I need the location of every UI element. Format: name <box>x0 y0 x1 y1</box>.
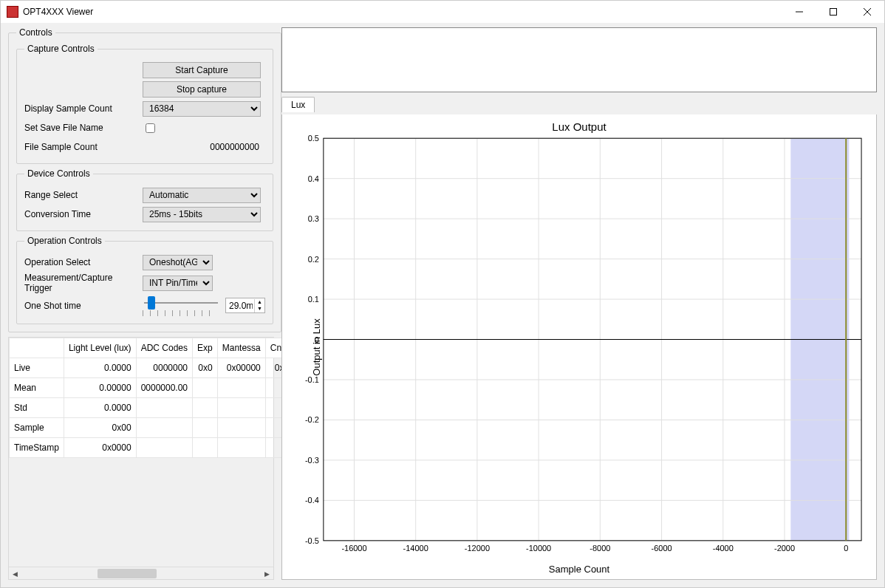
range-label: Range Select <box>24 190 143 200</box>
close-button[interactable] <box>850 1 884 23</box>
operation-legend: Operation Controls <box>24 236 105 246</box>
conversion-time-select[interactable]: 25ms - 15bits <box>143 207 261 222</box>
minimize-button[interactable] <box>782 1 816 23</box>
trigger-select[interactable]: INT Pin/Timer <box>143 276 213 291</box>
col-header[interactable] <box>10 338 64 358</box>
scroll-left-icon[interactable]: ◀ <box>9 567 21 580</box>
cell: 0.00000 <box>64 378 136 398</box>
client-area: Controls Capture Controls Start Capture … <box>1 23 884 587</box>
cell <box>193 438 218 458</box>
svg-text:-16000: -16000 <box>341 544 366 553</box>
svg-text:-0.3: -0.3 <box>305 456 319 465</box>
conv-label: Conversion Time <box>24 209 143 219</box>
left-column: Controls Capture Controls Start Capture … <box>8 27 274 580</box>
cell: 0000000.00 <box>136 378 192 398</box>
device-legend: Device Controls <box>24 168 93 179</box>
svg-text:-8000: -8000 <box>590 544 610 553</box>
spin-down-icon[interactable]: ▼ <box>254 306 264 312</box>
trig-label: Measurement/Capture Trigger <box>24 273 143 293</box>
spin-up-icon[interactable]: ▲ <box>254 299 264 306</box>
cell: 0x0 <box>193 358 218 378</box>
cell <box>193 418 218 438</box>
operation-group: Operation Controls Operation Select Ones… <box>16 236 273 324</box>
cell <box>193 378 218 398</box>
cell: 0x0000 <box>64 438 136 458</box>
svg-text:0: 0 <box>315 335 319 344</box>
table-row: TimeStamp0x0000 <box>10 438 289 458</box>
cell <box>193 398 218 418</box>
cell: 0x00000 <box>217 358 265 378</box>
col-header[interactable]: Mantessa <box>217 338 265 358</box>
cell <box>136 438 192 458</box>
maximize-button[interactable] <box>816 1 850 23</box>
readings-table: Light Level (lux)ADC CodesExpMantessaCnt… <box>9 338 289 458</box>
cell: Std <box>10 398 64 418</box>
svg-text:-4000: -4000 <box>713 544 734 553</box>
oneshot-label: One Shot time <box>24 301 143 311</box>
oneshot-slider[interactable] <box>144 296 218 310</box>
cell <box>136 418 192 438</box>
cell <box>217 418 265 438</box>
oneshot-spinbox[interactable]: ▲▼ <box>225 298 265 313</box>
app-window: OPT4XXX Viewer Controls Capture Controls… <box>0 0 885 588</box>
controls-legend: Controls <box>16 27 55 38</box>
chart-area[interactable]: -16000-14000-12000-10000-8000-6000-4000-… <box>282 114 876 579</box>
svg-text:0.3: 0.3 <box>308 214 319 223</box>
svg-text:0.4: 0.4 <box>308 174 319 183</box>
svg-text:-14000: -14000 <box>403 544 428 553</box>
scroll-right-icon[interactable]: ▶ <box>261 567 273 580</box>
op-label: Operation Select <box>24 257 143 267</box>
svg-text:0: 0 <box>844 544 848 553</box>
cell <box>217 438 265 458</box>
set-save-label: Set Save File Name <box>24 123 143 133</box>
right-column: Lux Lux Output Output in Lux Sample Coun… <box>281 27 877 580</box>
col-header[interactable]: ADC Codes <box>136 338 192 358</box>
col-header[interactable]: Light Level (lux) <box>64 338 136 358</box>
svg-text:0.2: 0.2 <box>308 255 319 264</box>
set-save-checkbox[interactable] <box>146 123 155 133</box>
table-blank <box>9 458 273 567</box>
capture-legend: Capture Controls <box>24 44 98 54</box>
top-panel <box>281 27 877 92</box>
titlebar: OPT4XXX Viewer <box>1 1 884 23</box>
file-count-value: 0000000000 <box>143 142 261 152</box>
window-title: OPT4XXX Viewer <box>23 7 782 17</box>
cell <box>217 398 265 418</box>
readings-table-wrap: Light Level (lux)ADC CodesExpMantessaCnt… <box>8 337 274 580</box>
table-row: Mean0.000000000000.00 <box>10 378 289 398</box>
svg-text:-2000: -2000 <box>774 544 795 553</box>
table-hscrollbar[interactable]: ◀ ▶ <box>9 567 273 579</box>
cell: Mean <box>10 378 64 398</box>
svg-text:0.5: 0.5 <box>308 134 319 143</box>
svg-text:-6000: -6000 <box>652 544 672 553</box>
svg-text:-10000: -10000 <box>526 544 551 553</box>
table-row: Live0.000000000000x00x000000x <box>10 358 289 378</box>
start-capture-button[interactable]: Start Capture <box>143 62 261 78</box>
svg-text:-12000: -12000 <box>465 544 490 553</box>
scroll-thumb[interactable] <box>98 569 157 578</box>
cell: Live <box>10 358 64 378</box>
slider-ticks <box>143 310 216 316</box>
stop-capture-button[interactable]: Stop capture <box>143 81 261 98</box>
capture-group: Capture Controls Start Capture Stop capt… <box>16 44 273 164</box>
controls-group: Controls Capture Controls Start Capture … <box>8 27 281 332</box>
range-select[interactable]: Automatic <box>143 188 261 203</box>
col-header[interactable]: Exp <box>193 338 218 358</box>
cell: 0.0000 <box>64 398 136 418</box>
file-count-label: File Sample Count <box>24 142 143 152</box>
plot-panel: Lux Output Output in Lux Sample Count -1… <box>281 114 877 580</box>
cell: Sample <box>10 418 64 438</box>
cell: 0000000 <box>136 358 192 378</box>
device-group: Device Controls Range Select Automatic C… <box>16 168 273 231</box>
oneshot-value[interactable] <box>226 300 254 312</box>
table-row: Sample0x00 <box>10 418 289 438</box>
cell: TimeStamp <box>10 438 64 458</box>
tab-lux[interactable]: Lux <box>281 97 315 112</box>
svg-rect-0 <box>830 9 837 16</box>
svg-text:0.1: 0.1 <box>308 295 319 304</box>
operation-select[interactable]: Oneshot(AGC) <box>143 255 213 270</box>
cell <box>136 398 192 418</box>
svg-text:-0.4: -0.4 <box>305 496 319 505</box>
svg-text:-0.2: -0.2 <box>305 415 319 424</box>
display-count-select[interactable]: 16384 <box>143 101 261 117</box>
